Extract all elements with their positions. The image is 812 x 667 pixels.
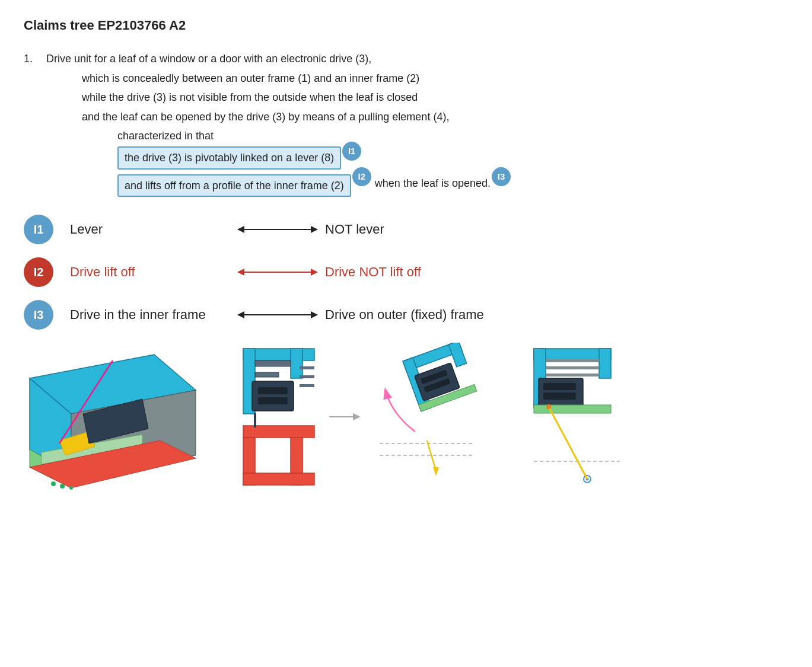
svg-marker-29 — [353, 413, 361, 420]
svg-rect-43 — [546, 359, 599, 362]
legend-section: I1 Lever NOT lever I2 Drive lift off Dri… — [24, 215, 788, 330]
legend-label-i3: Drive in the inner frame — [70, 307, 236, 323]
claim-line-4: and the leaf can be opened by the drive … — [46, 108, 788, 126]
diagram-2-svg — [208, 343, 320, 491]
svg-rect-27 — [300, 384, 314, 387]
claims-text: 1. Drive unit for a leaf of a window or … — [24, 50, 788, 197]
arrow-line-i1 — [242, 229, 313, 230]
svg-line-53 — [549, 407, 587, 479]
badge-i1: I1 — [342, 142, 361, 161]
page-title: Claims tree EP2103766 A2 — [24, 18, 788, 33]
svg-point-9 — [51, 481, 56, 486]
highlight-text-2: and lifts off from a profile of the inne… — [125, 180, 344, 192]
legend-opposite-i2: Drive NOT lift off — [325, 264, 421, 280]
svg-rect-25 — [300, 366, 314, 369]
svg-rect-49 — [534, 405, 611, 413]
svg-rect-16 — [255, 372, 279, 377]
claim-line-5: characterized in that — [46, 127, 788, 145]
arrow-line-i3 — [242, 314, 313, 315]
claim-line-2: which is concealedly between an outer fr… — [46, 69, 788, 88]
legend-badge-i3: I3 — [24, 300, 53, 330]
diagram-2 — [208, 343, 320, 491]
svg-point-11 — [69, 486, 73, 490]
arrow-line-i2 — [242, 272, 313, 273]
diagram-3 — [368, 343, 486, 491]
diagram-1 — [24, 343, 202, 491]
legend-label-i1: Lever — [70, 222, 236, 237]
svg-point-10 — [60, 484, 65, 489]
svg-point-54 — [546, 404, 551, 409]
claim-line-3: while the drive (3) is not visible from … — [46, 88, 788, 107]
svg-rect-26 — [300, 375, 314, 378]
svg-rect-44 — [546, 366, 599, 369]
legend-badge-i1: I1 — [24, 215, 53, 244]
rest-text: when the leaf is opened. — [375, 174, 491, 193]
highlight-box-2: and lifts off from a profile of the inne… — [117, 174, 351, 197]
svg-marker-39 — [433, 467, 439, 476]
highlight-line-1: the drive (3) is pivotably linked on a l… — [46, 146, 788, 172]
diagram-1-svg — [24, 343, 202, 491]
highlight-line-2: and lifts off from a profile of the inne… — [46, 174, 788, 197]
legend-badge-i2: I2 — [24, 257, 53, 287]
svg-rect-48 — [543, 392, 576, 400]
arrow-i3 — [242, 314, 313, 315]
highlight-text-1: the drive (3) is pivotably linked on a l… — [125, 152, 334, 164]
svg-rect-45 — [546, 374, 599, 376]
legend-opposite-i3: Drive on outer (fixed) frame — [325, 307, 484, 323]
rest-text-container: when the leaf is opened.I3 — [375, 174, 511, 193]
highlight-box-1: the drive (3) is pivotably linked on a l… — [117, 146, 341, 170]
diagram-3-svg — [368, 343, 486, 497]
legend-row-i2: I2 Drive lift off Drive NOT lift off — [24, 257, 788, 287]
claim-body: Drive unit for a leaf of a window or a d… — [46, 50, 788, 197]
images-section — [24, 343, 788, 491]
svg-rect-15 — [255, 360, 291, 366]
claim-number: 1. — [24, 50, 40, 197]
svg-rect-17 — [252, 381, 294, 411]
legend-label-i2: Drive lift off — [70, 264, 236, 280]
svg-rect-18 — [258, 387, 288, 394]
badge-i2: I2 — [352, 167, 371, 186]
badge-i3: I3 — [492, 167, 511, 186]
arrow-i1 — [242, 229, 313, 230]
svg-rect-14 — [291, 349, 302, 378]
claim-item-1: 1. Drive unit for a leaf of a window or … — [24, 50, 788, 197]
arrow-i2 — [242, 272, 313, 273]
svg-rect-23 — [243, 473, 314, 485]
svg-rect-42 — [599, 349, 611, 378]
diagram-4-svg — [492, 343, 623, 497]
claim-line-1: Drive unit for a leaf of a window or a d… — [46, 50, 788, 68]
svg-rect-24 — [254, 413, 256, 427]
legend-opposite-i1: NOT lever — [325, 222, 384, 237]
arrow-between-diagrams — [326, 343, 362, 491]
legend-row-i3: I3 Drive in the inner frame Drive on out… — [24, 300, 788, 330]
diagram-4 — [492, 343, 623, 491]
arrow-svg — [326, 408, 362, 426]
svg-rect-47 — [543, 383, 576, 390]
svg-rect-19 — [258, 397, 288, 404]
legend-row-i1: I1 Lever NOT lever — [24, 215, 788, 244]
